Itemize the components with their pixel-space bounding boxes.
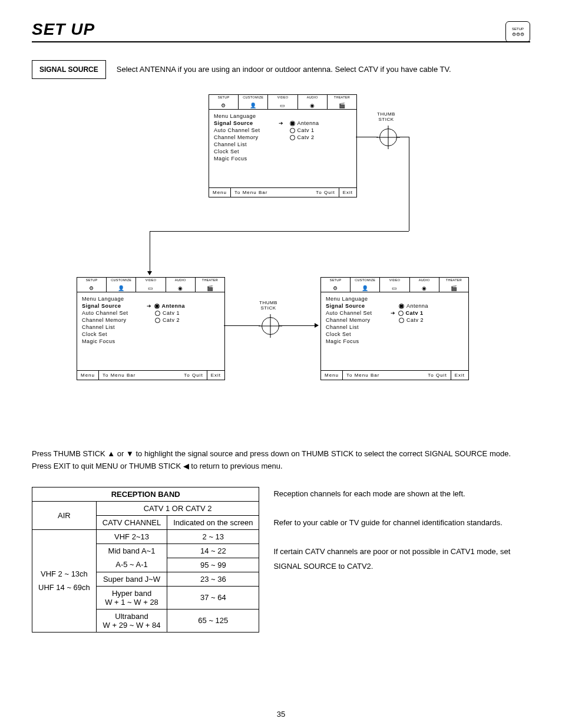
reception-notes: Reception channels for each mode are sho… (273, 487, 530, 574)
tab-row: SETUP⚙ CUSTOMIZE👤 VIDEO▭ AUDIO◉ THEATER🎬 (209, 95, 356, 110)
signal-source-box: SIGNAL SOURCE (32, 60, 106, 79)
thumb-stick-1 (379, 129, 397, 146)
title-rule (32, 41, 530, 42)
thumb-label-1: THUMB STICK (377, 112, 395, 123)
page-number: 35 (0, 710, 562, 719)
thumb-label-2: THUMB STICK (259, 301, 277, 311)
setup-corner-icon: SETUP ⚙⚙⚙ (505, 21, 530, 42)
corner-glyph: ⚙⚙⚙ (512, 32, 524, 37)
osd-screen-1: SETUP⚙ CUSTOMIZE👤 VIDEO▭ AUDIO◉ THEATER🎬… (209, 94, 357, 197)
instruction-2: Press EXIT to quit MENU or THUMB STICK ◀… (32, 460, 530, 473)
diagram-area: SETUP⚙ CUSTOMIZE👤 VIDEO▭ AUDIO◉ THEATER🎬… (32, 94, 530, 424)
reception-band-table: RECEPTION BAND AIR CATV 1 OR CATV 2 CATV… (32, 487, 259, 633)
page-title: SET UP (32, 20, 530, 39)
instruction-1: Press THUMB STICK ▲ or ▼ to highlight th… (32, 448, 530, 460)
thumb-stick-2 (262, 317, 279, 335)
lower-body: Press THUMB STICK ▲ or ▼ to highlight th… (32, 448, 530, 633)
osd-screen-2: SETUP⚙ CUSTOMIZE👤 VIDEO▭ AUDIO◉ THEATER🎬… (77, 277, 225, 380)
corner-label: SETUP (512, 27, 524, 31)
intro-text: Select ANTENNA if you are using an indoo… (117, 60, 530, 75)
osd-screen-3: SETUP⚙ CUSTOMIZE👤 VIDEO▭ AUDIO◉ THEATER🎬… (320, 277, 469, 380)
